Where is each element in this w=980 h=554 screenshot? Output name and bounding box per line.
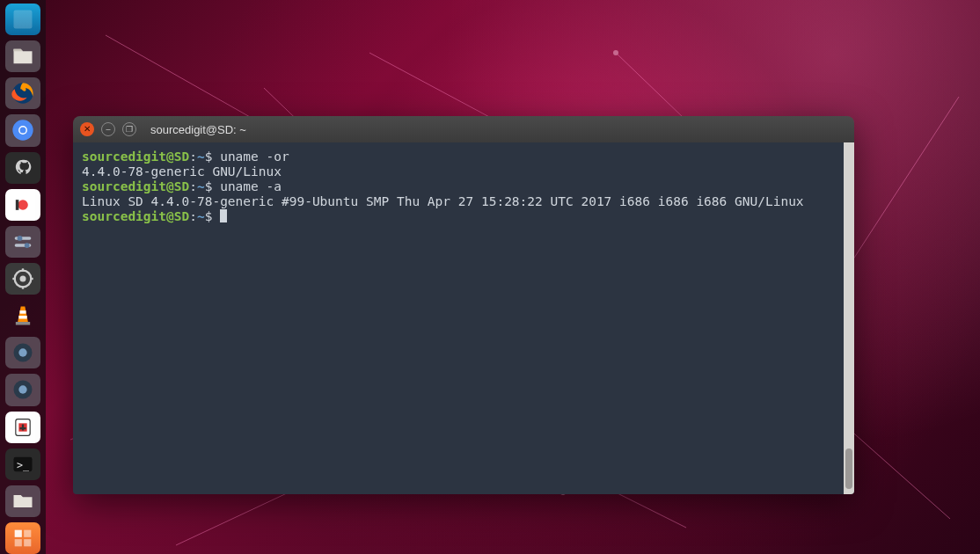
terminal-window[interactable]: ✕ – ❐ sourcedigit@SD: ~ sourcedigit@SD:~… [73,116,854,494]
cursor [220,209,227,222]
svg-rect-53 [24,539,31,546]
svg-rect-52 [15,539,22,546]
terminal-scrollbar[interactable] [844,142,854,494]
svg-point-43 [18,349,26,357]
launcher-software-center-icon[interactable] [5,189,40,221]
terminal-title: sourcedigit@SD: ~ [150,123,246,136]
window-minimize-button[interactable]: – [101,122,115,136]
svg-rect-40 [18,316,26,319]
terminal-command-line: sourcedigit@SD:~$ [82,209,835,224]
launcher-chat1-icon[interactable] [5,337,40,368]
launcher-dash-icon[interactable] [5,4,40,35]
launcher-firefox-icon[interactable] [5,77,40,109]
svg-point-13 [613,50,618,55]
svg-point-32 [25,243,30,248]
svg-rect-50 [15,530,22,537]
launcher-folder-icon[interactable] [5,485,40,517]
svg-rect-51 [24,530,31,537]
maximize-icon: ❐ [126,126,133,134]
launcher-chat2-icon[interactable] [5,374,40,405]
terminal-body[interactable]: sourcedigit@SD:~$ uname -or4.4.0-78-gene… [73,142,854,494]
terminal-output-line: 4.4.0-78-generic GNU/Linux [82,164,835,179]
svg-rect-39 [20,310,26,314]
svg-text:>_: >_ [17,458,30,470]
svg-point-27 [18,200,28,210]
svg-rect-29 [15,237,32,240]
launcher-chromium-icon[interactable] [5,114,40,146]
scrollbar-thumb[interactable] [845,448,852,489]
launcher-tweaks-icon[interactable] [5,226,40,258]
launcher-settings-icon[interactable] [5,263,40,295]
minimize-icon: – [106,126,110,134]
svg-line-3 [845,97,959,273]
svg-point-45 [18,386,26,394]
svg-point-25 [20,128,26,134]
window-maximize-button[interactable]: ❐ [122,122,136,136]
svg-rect-28 [16,200,18,210]
svg-rect-41 [16,322,30,325]
launcher-transmission-icon[interactable] [5,412,40,443]
launcher-github-icon[interactable] [5,152,40,184]
launcher-vlc-icon[interactable] [5,300,40,332]
launcher-files-icon[interactable] [5,40,40,72]
launcher-workspace-icon[interactable] [5,522,40,554]
window-close-button[interactable]: ✕ [80,122,94,136]
unity-launcher: >_ [0,0,46,554]
terminal-content[interactable]: sourcedigit@SD:~$ uname -or4.4.0-78-gene… [73,142,844,494]
close-icon: ✕ [84,125,91,134]
launcher-terminal-icon[interactable]: >_ [5,448,40,480]
terminal-titlebar[interactable]: ✕ – ❐ sourcedigit@SD: ~ [73,116,854,142]
terminal-command-line: sourcedigit@SD:~$ uname -a [82,179,835,194]
svg-point-34 [20,276,26,282]
window-control-buttons: ✕ – ❐ [80,122,136,136]
svg-point-31 [18,236,23,241]
terminal-command-line: sourcedigit@SD:~$ uname -or [82,149,835,164]
terminal-output-line: Linux SD 4.4.0-78-generic #99-Ubuntu SMP… [82,194,835,209]
svg-rect-21 [14,11,33,29]
